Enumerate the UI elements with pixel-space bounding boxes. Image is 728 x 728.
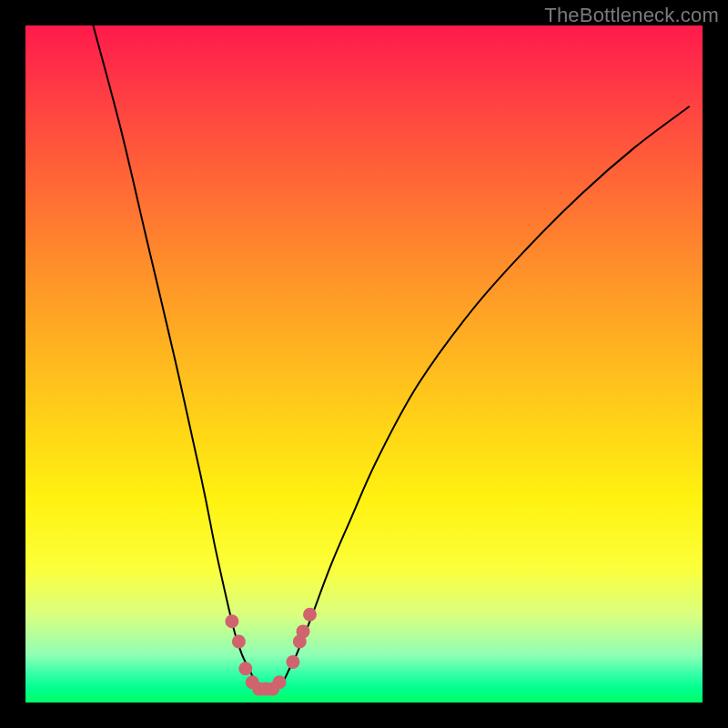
watermark-text: TheBottleneck.com [544,4,719,27]
highlight-marker [238,662,252,675]
plot-area [25,25,703,703]
highlight-marker [286,655,299,669]
highlight-markers [225,608,317,696]
chart-svg [25,25,703,703]
highlight-marker [273,675,287,689]
highlight-marker [297,624,310,638]
highlight-marker [303,608,317,622]
highlight-marker [232,635,246,649]
highlight-marker [225,614,238,628]
chart-frame: TheBottleneck.com [0,0,728,728]
bottleneck-curve-line [93,25,689,690]
